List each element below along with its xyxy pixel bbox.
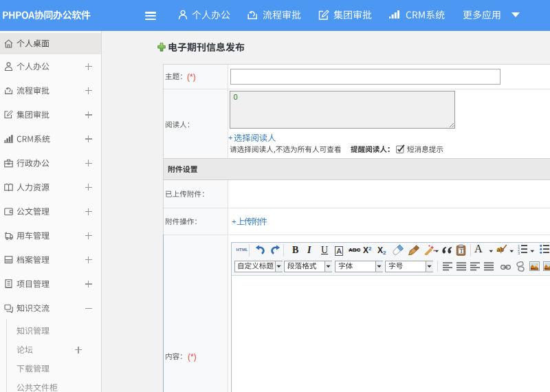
svg-text:T: T [459, 248, 463, 254]
svg-text:3: 3 [518, 251, 520, 255]
